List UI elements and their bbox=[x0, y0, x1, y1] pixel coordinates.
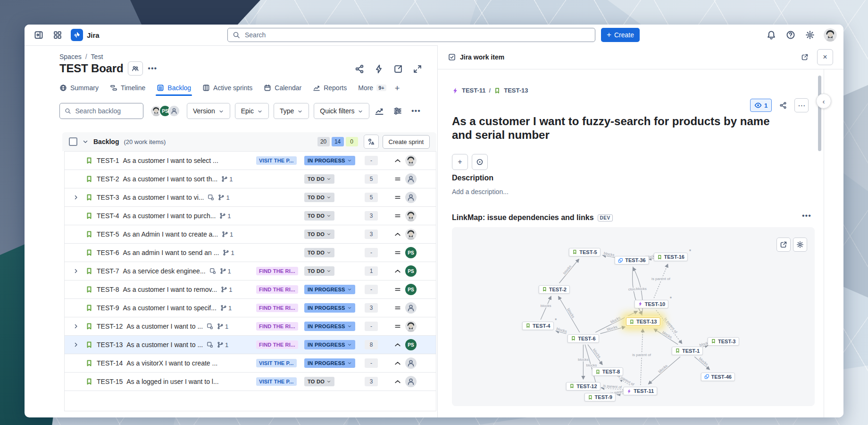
parent-key[interactable]: TEST-11 bbox=[462, 87, 486, 94]
more-actions-icon[interactable]: ⋯ bbox=[794, 98, 809, 112]
watchers-badge[interactable]: 1 bbox=[750, 99, 772, 112]
status-dropdown[interactable]: IN PROGRESS bbox=[304, 322, 355, 331]
backlog-more-icon[interactable]: ••• bbox=[411, 107, 421, 115]
backlog-search[interactable] bbox=[59, 103, 143, 119]
tab-reports[interactable]: Reports bbox=[313, 84, 347, 93]
graph-open-icon[interactable] bbox=[776, 238, 791, 252]
board-more-icon[interactable]: ••• bbox=[148, 64, 157, 73]
fullscreen-icon[interactable] bbox=[413, 64, 422, 74]
help-icon[interactable] bbox=[785, 29, 796, 41]
backlog-search-input[interactable] bbox=[74, 107, 138, 115]
select-all-checkbox[interactable] bbox=[69, 137, 77, 146]
close-icon[interactable]: × bbox=[817, 49, 833, 65]
assignee-filter-avatars[interactable]: PS bbox=[150, 105, 180, 117]
tab-calendar[interactable]: Calendar bbox=[264, 84, 301, 93]
status-dropdown[interactable]: IN PROGRESS bbox=[304, 303, 355, 313]
status-target-button[interactable] bbox=[472, 154, 488, 170]
item-key[interactable]: TEST-13 bbox=[504, 87, 528, 94]
backlog-row-test-7[interactable]: TEST-7As a service desk enginee...1FIND … bbox=[64, 262, 436, 280]
backlog-row-test-8[interactable]: TEST-8As a customer I want to remov...1F… bbox=[64, 280, 436, 299]
breadcrumb-project[interactable]: Test bbox=[91, 53, 103, 60]
panel-collapse-handle[interactable]: ‹ bbox=[816, 94, 831, 109]
tab-timeline[interactable]: Timeline bbox=[110, 84, 145, 93]
global-search[interactable] bbox=[227, 28, 595, 42]
profile-avatar[interactable] bbox=[824, 28, 837, 42]
backlog-row-test-13[interactable]: TEST-13As a customer I want to ...1FIND … bbox=[64, 335, 436, 354]
chevron-right-icon[interactable] bbox=[73, 323, 79, 330]
global-search-input[interactable] bbox=[244, 31, 590, 39]
lightning-icon[interactable] bbox=[374, 64, 384, 74]
status-dropdown[interactable]: TO DO bbox=[304, 211, 334, 221]
jira-logo[interactable]: Jira bbox=[71, 29, 100, 41]
filter-version[interactable]: Version bbox=[187, 103, 230, 119]
panel-scrollbar[interactable] bbox=[818, 74, 821, 414]
status-dropdown[interactable]: TO DO bbox=[304, 230, 334, 239]
linkmap-node-test-6[interactable]: TEST-6 bbox=[568, 334, 599, 343]
filter-type[interactable]: Type bbox=[274, 103, 309, 119]
tab-more[interactable]: More9+ bbox=[358, 84, 386, 93]
backlog-row-test-14[interactable]: TEST-14As a visitorX I want to create ..… bbox=[64, 354, 436, 373]
linkmap-node-test-3[interactable]: TEST-3 bbox=[708, 337, 739, 346]
backlog-row-test-9[interactable]: TEST-9As a customer I want to specif...1… bbox=[64, 298, 436, 317]
linkmap-more-icon[interactable]: ••• bbox=[802, 212, 811, 220]
linkmap-node-test-8[interactable]: TEST-8 bbox=[592, 367, 623, 376]
share-icon[interactable] bbox=[355, 64, 364, 74]
backlog-row-test-3[interactable]: TEST-3As a customer I want to vi...1TO D… bbox=[64, 188, 436, 207]
add-view-button[interactable]: + bbox=[395, 84, 400, 94]
backlog-row-test-1[interactable]: TEST-1As a customer I want to select ...… bbox=[64, 151, 436, 170]
linkmap-node-test-16[interactable]: TEST-16* bbox=[654, 253, 688, 261]
linkmap-node-test-46[interactable]: TEST-46 bbox=[701, 373, 734, 381]
backlog-row-test-6[interactable]: TEST-6As an admin I want to send an ...1… bbox=[64, 243, 436, 262]
linkmap-node-test-9[interactable]: TEST-9 bbox=[584, 393, 616, 401]
tab-active-sprints[interactable]: Active sprints bbox=[202, 84, 252, 93]
backlog-row-test-12[interactable]: TEST-12As a customer I want to ...1FIND … bbox=[64, 317, 436, 336]
board-members-button[interactable] bbox=[128, 61, 143, 76]
status-dropdown[interactable]: TO DO bbox=[304, 174, 334, 184]
linkmap-node-test-12[interactable]: TEST-12 bbox=[566, 382, 600, 391]
status-dropdown[interactable]: IN PROGRESS bbox=[304, 340, 355, 349]
app-switcher-icon[interactable] bbox=[52, 29, 63, 41]
description-placeholder[interactable]: Add a description... bbox=[452, 188, 509, 196]
status-dropdown[interactable]: TO DO bbox=[304, 377, 334, 386]
linkmap-node-test-1[interactable]: TEST-1 bbox=[672, 347, 703, 355]
scrollbar-thumb[interactable] bbox=[818, 76, 821, 151]
status-dropdown[interactable]: TO DO bbox=[304, 193, 334, 202]
share-icon[interactable] bbox=[776, 99, 790, 112]
notifications-icon[interactable] bbox=[766, 29, 777, 41]
linkmap-node-test-11[interactable]: TEST-11 bbox=[623, 387, 657, 395]
filter-epic[interactable]: Epic bbox=[235, 103, 269, 119]
chevron-right-icon[interactable] bbox=[73, 341, 79, 348]
tab-summary[interactable]: Summary bbox=[59, 84, 99, 93]
chevron-right-icon[interactable] bbox=[73, 268, 79, 274]
filter-quick-filters[interactable]: Quick filters bbox=[314, 103, 369, 119]
chart-icon[interactable] bbox=[375, 106, 384, 116]
tab-backlog[interactable]: Backlog bbox=[157, 84, 191, 93]
chevron-down-icon[interactable] bbox=[82, 138, 89, 145]
work-item-title[interactable]: As a customer I want to fuzzy-search for… bbox=[452, 114, 784, 142]
breadcrumb-spaces[interactable]: Spaces bbox=[59, 53, 82, 60]
create-sprint-button[interactable]: Create sprint bbox=[383, 135, 430, 149]
linkmap-node-test-36[interactable]: TEST-36 bbox=[615, 256, 649, 264]
linkmap-node-test-5[interactable]: TEST-5 bbox=[569, 248, 600, 256]
backlog-row-test-15[interactable]: TEST-15As a logged in user I want to l..… bbox=[64, 372, 436, 391]
graph-settings-icon[interactable] bbox=[793, 238, 807, 252]
linkmap-graph[interactable]: blocksblocksblocksblocksblocksblocksbloc… bbox=[452, 227, 815, 406]
open-in-new-icon[interactable] bbox=[798, 51, 811, 64]
export-icon[interactable] bbox=[393, 64, 403, 74]
status-dropdown[interactable]: TO DO bbox=[304, 248, 334, 257]
backlog-row-test-2[interactable]: TEST-2As a customer I want to sort th...… bbox=[64, 170, 436, 188]
backlog-row-test-4[interactable]: TEST-4As a customer I want to purch...1T… bbox=[64, 206, 436, 225]
backlog-row-test-5[interactable]: TEST-5As an Admin I want to create a...1… bbox=[64, 225, 436, 244]
add-button[interactable]: + bbox=[452, 154, 468, 170]
linkmap-node-test-13[interactable]: TEST-13 bbox=[626, 317, 660, 326]
status-dropdown[interactable]: TO DO bbox=[304, 266, 334, 276]
status-dropdown[interactable]: IN PROGRESS bbox=[304, 358, 355, 368]
settings-icon[interactable] bbox=[804, 29, 816, 41]
insights-icon[interactable] bbox=[364, 135, 379, 149]
linkmap-node-test-2[interactable]: TEST-2 bbox=[539, 285, 570, 294]
view-settings-icon[interactable] bbox=[393, 106, 402, 116]
create-button[interactable]: + Create bbox=[601, 28, 640, 42]
status-dropdown[interactable]: IN PROGRESS bbox=[304, 285, 355, 294]
linkmap-node-test-4[interactable]: TEST-4* bbox=[522, 322, 553, 330]
status-dropdown[interactable]: IN PROGRESS bbox=[304, 156, 355, 165]
